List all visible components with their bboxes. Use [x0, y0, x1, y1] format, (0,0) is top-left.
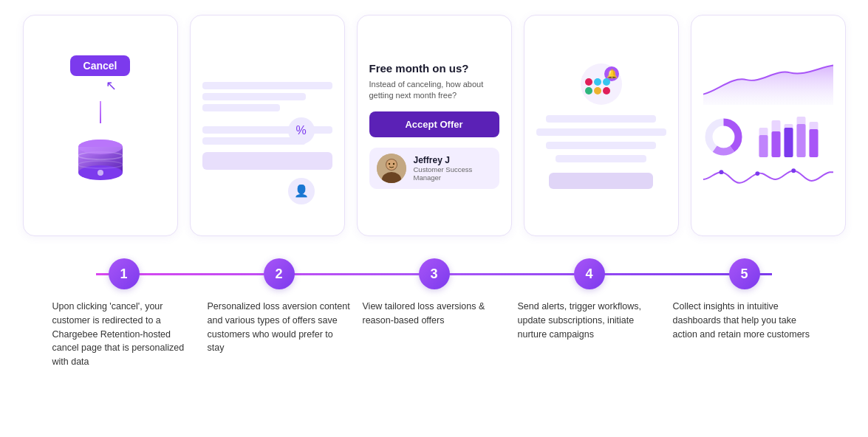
step-circle-1: 1: [109, 258, 140, 289]
svg-rect-32: [796, 124, 805, 157]
chart-area: [703, 61, 833, 190]
step-circle-5: 5: [729, 258, 760, 289]
connector-line: [100, 101, 101, 123]
agent-info: Jeffrey J Customer Success Manager: [414, 155, 492, 182]
svg-rect-26: [759, 135, 768, 157]
cursor-icon: ↖: [106, 78, 117, 94]
cancel-button[interactable]: Cancel: [70, 55, 131, 76]
agent-title: Customer Success Manager: [414, 165, 492, 182]
agent-area: Jeffrey J Customer Success Manager: [369, 148, 499, 189]
text-line-2: [202, 93, 307, 100]
area-chart: [703, 61, 833, 106]
svg-text:🔔: 🔔: [606, 68, 617, 79]
donut-chart: [703, 117, 744, 157]
integration-area: 🔔: [536, 62, 666, 189]
svg-point-35: [719, 170, 723, 174]
timeline-step-3: 3 View tailored loss aversions & reason-…: [357, 258, 512, 328]
step-circle-3: 3: [419, 258, 450, 289]
footer-bar: [202, 152, 332, 170]
timeline-step-2: 2 Personalized loss aversion content and…: [202, 258, 357, 355]
svg-point-6: [98, 170, 103, 176]
step-text-1: Upon clicking 'cancel', your customer is…: [47, 300, 202, 369]
main-container: Cancel ↖: [0, 0, 868, 399]
timeline-step-4: 4 Send alerts, trigger workflows, update…: [512, 258, 667, 341]
btn-bar: [549, 173, 653, 189]
text-line-3: [202, 104, 281, 111]
timeline-row: 1 Upon clicking 'cancel', your customer …: [22, 258, 846, 369]
text-line-int-1: [546, 115, 657, 123]
svg-rect-20: [603, 78, 610, 86]
database-icon: [67, 126, 134, 196]
text-line-1: [202, 82, 332, 89]
charts-bottom: [703, 113, 833, 157]
percent-icon: %: [288, 117, 315, 144]
svg-point-11: [388, 163, 389, 165]
wave-chart: [703, 165, 833, 190]
step-text-2: Personalized loss aversion content and v…: [202, 300, 357, 355]
agent-avatar: [377, 154, 406, 183]
svg-point-5: [78, 140, 123, 154]
svg-rect-30: [784, 128, 793, 157]
card-integrations: 🔔: [524, 15, 679, 236]
card-personalization: % 👤: [190, 15, 345, 236]
step-text-4: Send alerts, trigger workflows, update s…: [512, 300, 667, 341]
slack-icon: 🔔: [579, 62, 623, 109]
svg-rect-34: [809, 129, 818, 157]
cards-row: Cancel ↖: [22, 15, 846, 236]
svg-point-10: [386, 159, 397, 170]
text-line-int-4: [556, 155, 646, 162]
user-icon: 👤: [288, 178, 315, 204]
card-dashboard: [691, 15, 846, 236]
accept-offer-button[interactable]: Accept Offer: [369, 111, 499, 137]
offer-title: Free month on us?: [369, 62, 499, 75]
agent-name: Jeffrey J: [414, 155, 492, 165]
svg-rect-16: [585, 78, 592, 86]
svg-point-36: [755, 171, 759, 176]
step-circle-2: 2: [264, 258, 295, 289]
step-circle-4: 4: [574, 258, 605, 289]
svg-rect-19: [594, 87, 601, 94]
svg-point-37: [791, 168, 796, 173]
svg-rect-17: [594, 78, 601, 86]
svg-rect-18: [585, 87, 592, 94]
cancel-button-area: Cancel ↖: [70, 55, 131, 94]
svg-rect-28: [771, 131, 780, 157]
svg-rect-21: [603, 87, 610, 94]
step-text-3: View tailored loss aversions & reason-ba…: [357, 300, 512, 328]
text-line-int-2: [536, 128, 666, 136]
offer-subtitle: Instead of canceling, how about getting …: [369, 79, 499, 102]
text-line-int-3: [546, 142, 657, 149]
timeline-step-5: 5 Collect insights in intuitive dashboar…: [667, 258, 822, 341]
timeline-step-1: 1 Upon clicking 'cancel', your customer …: [47, 258, 202, 369]
svg-point-12: [392, 163, 394, 165]
step-text-5: Collect insights in intuitive dashboards…: [667, 300, 822, 341]
card-cancel-database: Cancel ↖: [23, 15, 178, 236]
card-free-month: Free month on us? Instead of canceling, …: [357, 15, 512, 236]
bar-chart: [751, 113, 833, 157]
